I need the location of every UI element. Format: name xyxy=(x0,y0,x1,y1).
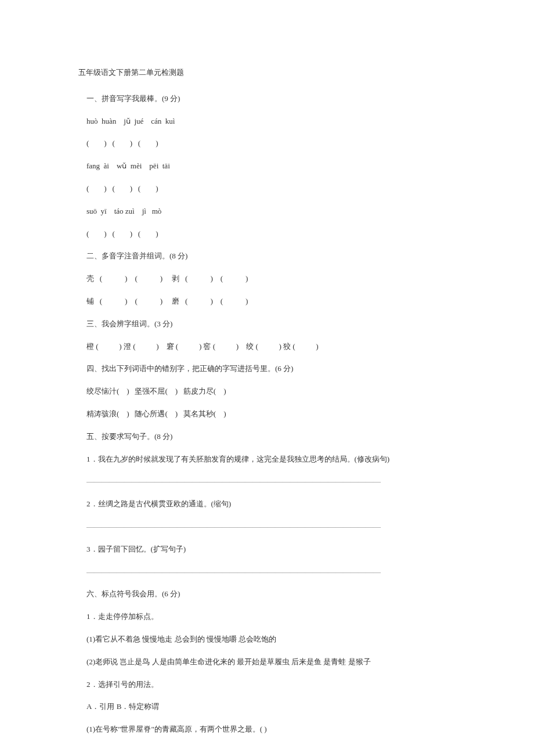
blank-row: ( ) ( ) ( ) xyxy=(78,228,459,240)
section-2-heading: 二、多音字注音并组词。(8 分) xyxy=(78,250,459,262)
section-6-heading: 六、标点符号我会用。(6 分) xyxy=(78,588,459,600)
wrongchar-row: 绞尽恼汁( ) 坚强不屈( ) 筋皮力尽( ) xyxy=(78,386,459,398)
pinyin-row: huò huàn jǔ jué cán kuì xyxy=(78,116,459,128)
sentence-q3: 3．园子留下回忆。(扩写句子) xyxy=(78,543,459,556)
blank-row: ( ) ( ) ( ) xyxy=(78,183,459,195)
section-1-heading: 一、拼音写字我最棒。(9 分) xyxy=(78,93,459,105)
pinyin-row: fang ài wǔ mèi pēi tāi xyxy=(78,160,459,172)
punct-q1b: (2)老师说 岂止是鸟 人是由简单生命进化来的 最开始是草履虫 后来是鱼 是青蛙… xyxy=(78,656,459,668)
sentence-q2: 2．丝绸之路是古代横贯亚欧的通道。(缩句) xyxy=(78,498,459,510)
distinguish-row: 橙 ( ) 澄 ( ) 窘 ( ) 窖 ( ) 绞 ( ) 狡 ( ) xyxy=(78,341,459,353)
polyphone-row: 壳 ( ) ( ) 剥 ( ) ( ) xyxy=(78,273,459,285)
blank-row: ( ) ( ) ( ) xyxy=(78,138,459,150)
answer-line: ——————————————————————————————————————— xyxy=(78,521,459,533)
polyphone-row: 铺 ( ) ( ) 磨 ( ) ( ) xyxy=(78,296,459,308)
page: 五年级语文下册第二单元检测题 一、拼音写字我最棒。(9 分) huò huàn … xyxy=(0,0,534,756)
punct-q1a: (1)看它从不着急 慢慢地走 总会到的 慢慢地嚼 总会吃饱的 xyxy=(78,633,459,646)
punct-q2-opts: A．引用 B．特定称谓 xyxy=(78,701,459,713)
punct-q2: 2．选择引号的用法。 xyxy=(78,679,459,691)
punct-q2a: (1)在号称"世界屋脊"的青藏高原，有两个世界之最。( ) xyxy=(78,723,459,736)
doc-title: 五年级语文下册第二单元检测题 xyxy=(78,67,459,79)
section-4-heading: 四、找出下列词语中的错别字，把正确的字写进括号里。(6 分) xyxy=(78,363,459,375)
section-5-heading: 五、按要求写句子。(8 分) xyxy=(78,431,459,443)
section-3-heading: 三、我会辨字组词。(3 分) xyxy=(78,318,459,330)
pinyin-row: suō yī táo zuì jì mò xyxy=(78,206,459,218)
wrongchar-row: 精涛骇浪( ) 随心所遇( ) 莫名其秒( ) xyxy=(78,408,459,420)
punct-q1: 1．走走停停加标点。 xyxy=(78,611,459,623)
sentence-q1: 1．我在九岁的时候就发现了有关胚胎发育的规律，这完全是我独立思考的结局。(修改病… xyxy=(78,453,459,466)
answer-line: ——————————————————————————————————————— xyxy=(78,476,459,488)
answer-line: ——————————————————————————————————————— xyxy=(78,566,459,578)
